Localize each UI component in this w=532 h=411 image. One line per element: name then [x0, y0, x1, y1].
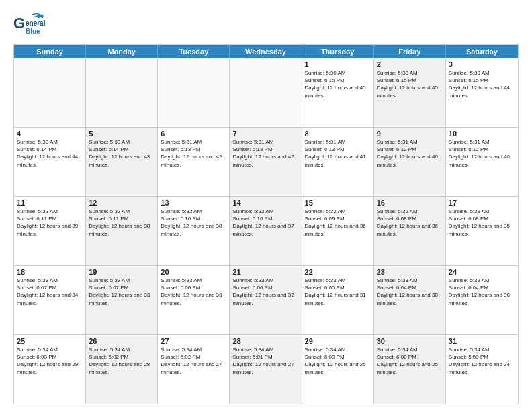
cell-info: Sunrise: 5:32 AMSunset: 6:11 PMDaylight:… — [17, 208, 83, 238]
day-cell-14: 14Sunrise: 5:32 AMSunset: 6:10 PMDayligh… — [230, 197, 302, 265]
header-monday: Monday — [86, 45, 158, 58]
cell-info: Sunrise: 5:34 AMSunset: 5:59 PMDaylight:… — [449, 346, 515, 376]
day-cell-9: 9Sunrise: 5:31 AMSunset: 6:12 PMDaylight… — [374, 128, 446, 196]
day-number: 25 — [17, 337, 83, 345]
day-cell-16: 16Sunrise: 5:32 AMSunset: 6:08 PMDayligh… — [374, 197, 446, 265]
day-number: 16 — [377, 199, 443, 207]
day-number: 30 — [377, 337, 443, 345]
cell-info: Sunrise: 5:30 AMSunset: 6:15 PMDaylight:… — [377, 69, 443, 99]
cell-info: Sunrise: 5:33 AMSunset: 6:08 PMDaylight:… — [449, 208, 515, 238]
cell-info: Sunrise: 5:33 AMSunset: 6:04 PMDaylight:… — [449, 277, 515, 307]
day-cell-29: 29Sunrise: 5:34 AMSunset: 6:00 PMDayligh… — [302, 335, 374, 404]
cell-info: Sunrise: 5:34 AMSunset: 6:01 PMDaylight:… — [232, 346, 298, 376]
day-cell-22: 22Sunrise: 5:33 AMSunset: 6:05 PMDayligh… — [302, 266, 374, 334]
calendar: Sunday Monday Tuesday Wednesday Thursday… — [13, 44, 519, 404]
day-cell-20: 20Sunrise: 5:33 AMSunset: 6:06 PMDayligh… — [158, 266, 230, 334]
header-friday: Friday — [374, 45, 446, 58]
logo-icon: G eneral Blue — [13, 11, 48, 40]
day-cell-27: 27Sunrise: 5:34 AMSunset: 6:02 PMDayligh… — [158, 335, 230, 404]
header-sunday: Sunday — [14, 45, 86, 58]
svg-text:G: G — [13, 15, 25, 32]
cell-info: Sunrise: 5:32 AMSunset: 6:11 PMDaylight:… — [89, 208, 154, 238]
cell-info: Sunrise: 5:31 AMSunset: 6:13 PMDaylight:… — [161, 138, 226, 169]
day-number: 5 — [89, 130, 154, 138]
cell-info: Sunrise: 5:33 AMSunset: 6:06 PMDaylight:… — [161, 277, 226, 307]
cell-info: Sunrise: 5:31 AMSunset: 6:13 PMDaylight:… — [232, 138, 298, 169]
day-number: 9 — [377, 130, 443, 138]
day-number: 18 — [17, 268, 83, 276]
day-number: 17 — [449, 199, 515, 207]
day-cell-5: 5Sunrise: 5:30 AMSunset: 6:14 PMDaylight… — [86, 128, 158, 196]
day-number: 8 — [305, 130, 371, 138]
day-number: 27 — [161, 337, 226, 345]
day-number: 10 — [449, 130, 515, 138]
day-number: 11 — [17, 199, 83, 207]
day-cell-21: 21Sunrise: 5:33 AMSunset: 6:06 PMDayligh… — [230, 266, 302, 334]
calendar-body: 1Sunrise: 5:30 AMSunset: 6:15 PMDaylight… — [14, 58, 518, 404]
week-row-4: 18Sunrise: 5:33 AMSunset: 6:07 PMDayligh… — [14, 266, 518, 335]
day-cell-8: 8Sunrise: 5:31 AMSunset: 6:13 PMDaylight… — [302, 128, 374, 196]
day-cell-11: 11Sunrise: 5:32 AMSunset: 6:11 PMDayligh… — [14, 197, 86, 265]
day-cell-empty — [158, 58, 230, 127]
day-number: 14 — [232, 199, 298, 207]
day-number: 21 — [232, 268, 298, 276]
day-cell-empty — [230, 58, 302, 127]
day-number: 19 — [89, 268, 154, 276]
day-cell-19: 19Sunrise: 5:33 AMSunset: 6:07 PMDayligh… — [86, 266, 158, 334]
day-number: 3 — [449, 60, 515, 68]
day-cell-12: 12Sunrise: 5:32 AMSunset: 6:11 PMDayligh… — [86, 197, 158, 265]
week-row-3: 11Sunrise: 5:32 AMSunset: 6:11 PMDayligh… — [14, 197, 518, 266]
week-row-2: 4Sunrise: 5:30 AMSunset: 6:14 PMDaylight… — [14, 128, 518, 197]
day-cell-18: 18Sunrise: 5:33 AMSunset: 6:07 PMDayligh… — [14, 266, 86, 334]
cell-info: Sunrise: 5:33 AMSunset: 6:07 PMDaylight:… — [89, 277, 154, 307]
day-cell-25: 25Sunrise: 5:34 AMSunset: 6:03 PMDayligh… — [14, 335, 86, 404]
cell-info: Sunrise: 5:33 AMSunset: 6:06 PMDaylight:… — [232, 277, 298, 307]
cell-info: Sunrise: 5:34 AMSunset: 6:02 PMDaylight:… — [161, 346, 226, 376]
day-number: 24 — [449, 268, 515, 276]
day-cell-2: 2Sunrise: 5:30 AMSunset: 6:15 PMDaylight… — [374, 58, 446, 127]
cell-info: Sunrise: 5:34 AMSunset: 6:00 PMDaylight:… — [305, 346, 371, 376]
cell-info: Sunrise: 5:33 AMSunset: 6:05 PMDaylight:… — [305, 277, 371, 307]
svg-text:Blue: Blue — [26, 28, 40, 35]
day-cell-26: 26Sunrise: 5:34 AMSunset: 6:02 PMDayligh… — [86, 335, 158, 404]
cell-info: Sunrise: 5:31 AMSunset: 6:13 PMDaylight:… — [305, 138, 371, 169]
cell-info: Sunrise: 5:32 AMSunset: 6:09 PMDaylight:… — [305, 208, 371, 238]
day-cell-7: 7Sunrise: 5:31 AMSunset: 6:13 PMDaylight… — [230, 128, 302, 196]
day-number: 1 — [305, 60, 371, 68]
day-number: 4 — [17, 130, 83, 138]
day-number: 23 — [377, 268, 443, 276]
cell-info: Sunrise: 5:34 AMSunset: 6:02 PMDaylight:… — [89, 346, 154, 376]
cell-info: Sunrise: 5:32 AMSunset: 6:08 PMDaylight:… — [377, 208, 443, 238]
cell-info: Sunrise: 5:33 AMSunset: 6:04 PMDaylight:… — [377, 277, 443, 307]
cell-info: Sunrise: 5:34 AMSunset: 6:00 PMDaylight:… — [377, 346, 443, 376]
header-tuesday: Tuesday — [158, 45, 230, 58]
day-cell-30: 30Sunrise: 5:34 AMSunset: 6:00 PMDayligh… — [374, 335, 446, 404]
day-number: 2 — [377, 60, 443, 68]
day-cell-31: 31Sunrise: 5:34 AMSunset: 5:59 PMDayligh… — [446, 335, 518, 404]
header-wednesday: Wednesday — [230, 45, 302, 58]
week-row-5: 25Sunrise: 5:34 AMSunset: 6:03 PMDayligh… — [14, 335, 518, 404]
cell-info: Sunrise: 5:30 AMSunset: 6:14 PMDaylight:… — [17, 138, 83, 169]
day-number: 26 — [89, 337, 154, 345]
header: G eneral Blue — [13, 11, 519, 40]
cell-info: Sunrise: 5:33 AMSunset: 6:07 PMDaylight:… — [17, 277, 83, 307]
day-number: 28 — [232, 337, 298, 345]
cell-info: Sunrise: 5:31 AMSunset: 6:12 PMDaylight:… — [449, 138, 515, 169]
day-cell-1: 1Sunrise: 5:30 AMSunset: 6:15 PMDaylight… — [302, 58, 374, 127]
cell-info: Sunrise: 5:31 AMSunset: 6:12 PMDaylight:… — [377, 138, 443, 169]
week-row-1: 1Sunrise: 5:30 AMSunset: 6:15 PMDaylight… — [14, 58, 518, 128]
day-cell-15: 15Sunrise: 5:32 AMSunset: 6:09 PMDayligh… — [302, 197, 374, 265]
cell-info: Sunrise: 5:30 AMSunset: 6:15 PMDaylight:… — [305, 69, 371, 99]
day-cell-17: 17Sunrise: 5:33 AMSunset: 6:08 PMDayligh… — [446, 197, 518, 265]
svg-text:eneral: eneral — [26, 19, 46, 27]
day-number: 13 — [161, 199, 226, 207]
day-number: 20 — [161, 268, 226, 276]
day-cell-3: 3Sunrise: 5:30 AMSunset: 6:15 PMDaylight… — [446, 58, 518, 127]
day-number: 22 — [305, 268, 371, 276]
day-number: 29 — [305, 337, 371, 345]
header-thursday: Thursday — [302, 45, 374, 58]
day-number: 6 — [161, 130, 226, 138]
day-cell-23: 23Sunrise: 5:33 AMSunset: 6:04 PMDayligh… — [374, 266, 446, 334]
header-saturday: Saturday — [446, 45, 518, 58]
day-number: 15 — [305, 199, 371, 207]
